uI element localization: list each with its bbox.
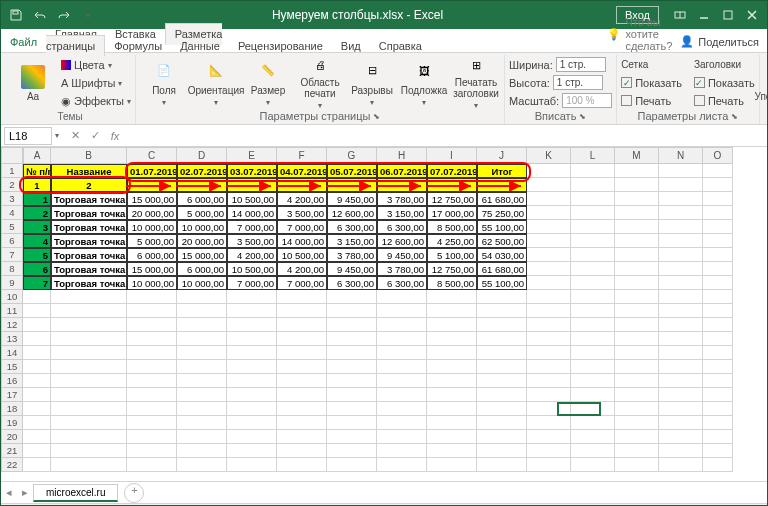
cell[interactable] xyxy=(277,388,327,402)
menu-Данные[interactable]: Данные xyxy=(171,36,229,56)
cell[interactable] xyxy=(127,304,177,318)
cell[interactable] xyxy=(659,192,703,206)
cell[interactable]: 12 600,00 xyxy=(377,234,427,248)
cell[interactable] xyxy=(177,360,227,374)
cell[interactable] xyxy=(527,332,571,346)
cell[interactable] xyxy=(703,192,733,206)
cell[interactable] xyxy=(327,304,377,318)
formula-input[interactable] xyxy=(125,127,767,145)
cell[interactable] xyxy=(227,346,277,360)
cell[interactable] xyxy=(227,388,277,402)
cell[interactable] xyxy=(615,402,659,416)
cell[interactable] xyxy=(659,178,703,192)
cell[interactable] xyxy=(615,444,659,458)
cell[interactable] xyxy=(615,430,659,444)
cell[interactable] xyxy=(659,430,703,444)
cell[interactable] xyxy=(51,388,127,402)
cell[interactable] xyxy=(227,318,277,332)
menu-Формулы[interactable]: Формулы xyxy=(105,36,171,56)
cell[interactable]: 9 450,00 xyxy=(327,192,377,206)
colors-button[interactable]: Цвета▾ xyxy=(61,57,131,74)
cell[interactable] xyxy=(571,388,615,402)
cell[interactable] xyxy=(527,430,571,444)
cell[interactable]: 6 000,00 xyxy=(177,192,227,206)
cell[interactable]: 3 500,00 xyxy=(277,206,327,220)
cell[interactable] xyxy=(177,318,227,332)
name-box[interactable]: L18 xyxy=(4,127,52,145)
row-header[interactable]: 21 xyxy=(1,444,23,458)
cell[interactable]: 10 000,00 xyxy=(127,220,177,234)
cell[interactable]: 9 450,00 xyxy=(327,262,377,276)
cell[interactable]: 75 250,00 xyxy=(477,206,527,220)
cell[interactable] xyxy=(703,220,733,234)
cell[interactable]: 05.07.2019 xyxy=(327,164,377,178)
cell[interactable] xyxy=(615,388,659,402)
cell[interactable] xyxy=(127,388,177,402)
cell[interactable] xyxy=(23,304,51,318)
cell[interactable] xyxy=(527,178,571,192)
cell[interactable]: 7 000,00 xyxy=(277,220,327,234)
cell[interactable] xyxy=(23,402,51,416)
cell[interactable]: 3 150,00 xyxy=(377,206,427,220)
cell[interactable] xyxy=(703,318,733,332)
cell[interactable] xyxy=(177,332,227,346)
cell[interactable] xyxy=(51,360,127,374)
cell[interactable] xyxy=(571,444,615,458)
cell[interactable] xyxy=(615,262,659,276)
cell[interactable]: 15 000,00 xyxy=(127,192,177,206)
cell[interactable]: № п/п xyxy=(23,164,51,178)
cell[interactable]: 5 xyxy=(23,248,51,262)
height-spin[interactable]: 1 стр. xyxy=(553,75,603,90)
col-header[interactable]: A xyxy=(23,147,51,164)
cell[interactable] xyxy=(477,416,527,430)
cell[interactable] xyxy=(23,430,51,444)
cell[interactable] xyxy=(571,430,615,444)
cell[interactable] xyxy=(427,388,477,402)
redo-icon[interactable] xyxy=(53,4,75,26)
cell[interactable] xyxy=(23,346,51,360)
cell[interactable]: 12 750,00 xyxy=(427,262,477,276)
cell[interactable] xyxy=(377,346,427,360)
cell[interactable] xyxy=(527,262,571,276)
cell[interactable] xyxy=(571,262,615,276)
cell[interactable]: 7 xyxy=(23,276,51,290)
cell[interactable] xyxy=(277,318,327,332)
cell[interactable] xyxy=(277,430,327,444)
cell[interactable] xyxy=(377,444,427,458)
cell[interactable]: 10 000,00 xyxy=(177,276,227,290)
cell[interactable] xyxy=(23,318,51,332)
col-header[interactable]: G xyxy=(327,147,377,164)
cell[interactable] xyxy=(127,346,177,360)
cell[interactable] xyxy=(703,360,733,374)
cell[interactable]: 04.07.2019 xyxy=(277,164,327,178)
cell[interactable] xyxy=(703,388,733,402)
cell[interactable] xyxy=(227,360,277,374)
cell[interactable] xyxy=(659,318,703,332)
cell[interactable]: 01.07.2019 xyxy=(127,164,177,178)
cell[interactable] xyxy=(177,458,227,472)
cell[interactable]: 61 680,00 xyxy=(477,262,527,276)
col-header[interactable]: H xyxy=(377,147,427,164)
cell[interactable] xyxy=(703,164,733,178)
cell[interactable] xyxy=(571,220,615,234)
fx-icon[interactable]: fx xyxy=(105,127,125,145)
cell[interactable] xyxy=(477,374,527,388)
cell[interactable]: 9 450,00 xyxy=(377,248,427,262)
cell[interactable]: Торговая точка 3 xyxy=(51,220,127,234)
cell[interactable] xyxy=(703,248,733,262)
cell[interactable] xyxy=(477,290,527,304)
cell[interactable] xyxy=(527,458,571,472)
cell[interactable] xyxy=(377,374,427,388)
cell[interactable] xyxy=(277,304,327,318)
cell[interactable] xyxy=(51,458,127,472)
cell[interactable] xyxy=(227,458,277,472)
cell[interactable] xyxy=(571,164,615,178)
cell[interactable]: 07.07.2019 xyxy=(427,164,477,178)
cell[interactable] xyxy=(327,402,377,416)
cell[interactable] xyxy=(527,388,571,402)
cell[interactable] xyxy=(327,430,377,444)
cell[interactable] xyxy=(427,332,477,346)
menu-Рецензирование[interactable]: Рецензирование xyxy=(229,36,332,56)
cell[interactable]: 10 000,00 xyxy=(177,220,227,234)
cell[interactable] xyxy=(703,444,733,458)
